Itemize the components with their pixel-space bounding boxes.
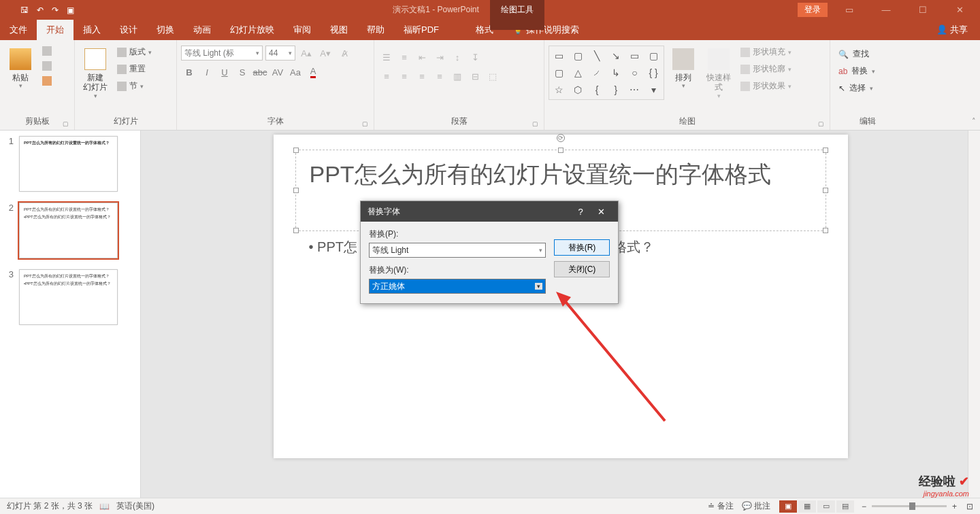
- reading-view-icon[interactable]: ▭: [817, 500, 835, 513]
- shape-roundrect-icon[interactable]: ▢: [551, 65, 568, 80]
- tab-help[interactable]: 帮助: [357, 20, 394, 40]
- bullets-icon[interactable]: ☰: [378, 50, 395, 65]
- layout-button[interactable]: 版式 ▾: [114, 46, 154, 58]
- paste-button[interactable]: 粘贴▾: [4, 46, 37, 92]
- resize-handle[interactable]: [558, 148, 564, 153]
- language-indicator[interactable]: 英语(美国): [116, 500, 154, 512]
- replace-font-combo[interactable]: 等线 Light▾: [369, 243, 546, 258]
- shape-arrow-icon[interactable]: ↘: [607, 48, 625, 63]
- numbering-icon[interactable]: ≡: [396, 50, 412, 65]
- bold-button[interactable]: B: [181, 65, 197, 80]
- tab-design[interactable]: 设计: [110, 20, 147, 40]
- thumb-slide-1[interactable]: PPT怎么为所有的幻灯片设置统一的字体格式？: [19, 136, 118, 192]
- redo-icon[interactable]: ↷: [52, 5, 59, 15]
- shape-poly-icon[interactable]: ⬡: [570, 82, 587, 98]
- dialog-help-icon[interactable]: ?: [570, 207, 591, 217]
- section-button[interactable]: 节 ▾: [114, 80, 154, 92]
- resize-handle[interactable]: [823, 228, 828, 233]
- undo-icon[interactable]: ↶: [37, 5, 44, 15]
- shape-rect-icon[interactable]: ▢: [570, 48, 587, 63]
- slideshow-icon[interactable]: ▣: [67, 5, 74, 15]
- tab-view[interactable]: 视图: [321, 20, 357, 40]
- italic-button[interactable]: I: [199, 65, 215, 80]
- replace-button[interactable]: ab替换 ▾: [838, 65, 875, 77]
- zoom-in-icon[interactable]: +: [952, 502, 957, 511]
- ribbon-display-icon[interactable]: ▭: [834, 5, 864, 15]
- shape-curve-icon[interactable]: ⟋: [588, 65, 606, 80]
- text-direction-icon[interactable]: ↧: [467, 50, 483, 65]
- tab-foxit[interactable]: 福昕PDF: [394, 20, 448, 40]
- thumb-slide-3[interactable]: PPT怎么为所有的幻灯片设置统一的字体格式？ •PPT怎么为所有的幻灯片设置统一…: [19, 269, 118, 325]
- find-button[interactable]: 🔍查找: [838, 48, 875, 60]
- launcher-icon[interactable]: ▢: [818, 120, 824, 127]
- new-slide-button[interactable]: 新建 幻灯片▾: [79, 46, 112, 103]
- font-color-button[interactable]: A: [305, 65, 321, 80]
- align-center-icon[interactable]: ≡: [396, 69, 412, 84]
- share-button[interactable]: 👤 共享: [924, 20, 980, 40]
- tab-transitions[interactable]: 切换: [147, 20, 184, 40]
- resize-handle[interactable]: [293, 228, 299, 233]
- shape-bracket2-icon[interactable]: }: [607, 82, 625, 98]
- shape-outline-button[interactable]: 形状轮廓 ▾: [738, 63, 794, 75]
- decrease-font-icon[interactable]: A▾: [317, 46, 333, 61]
- dialog-titlebar[interactable]: 替换字体 ? ✕: [361, 201, 618, 222]
- sorter-view-icon[interactable]: ▦: [798, 500, 816, 513]
- tab-file[interactable]: 文件: [0, 20, 37, 40]
- smartart-icon[interactable]: ⬚: [485, 69, 501, 84]
- notes-button[interactable]: ≐ 备注: [708, 500, 733, 512]
- resize-handle[interactable]: [823, 188, 828, 193]
- shape-fill-button[interactable]: 形状填充 ▾: [738, 46, 794, 58]
- tab-slideshow[interactable]: 幻灯片放映: [220, 20, 284, 40]
- shape-triangle-icon[interactable]: △: [570, 65, 587, 80]
- launcher-icon[interactable]: ▢: [63, 120, 69, 127]
- reset-button[interactable]: 重置: [114, 63, 154, 75]
- shape-rect2-icon[interactable]: ▭: [626, 48, 644, 63]
- char-spacing-button[interactable]: AV: [270, 65, 286, 80]
- tab-animations[interactable]: 动画: [184, 20, 220, 40]
- arrange-button[interactable]: 排列▾: [667, 46, 700, 92]
- resize-handle[interactable]: [293, 148, 299, 153]
- rotate-handle-icon[interactable]: ⟳: [557, 134, 565, 142]
- shape-oval-icon[interactable]: ○: [626, 65, 644, 80]
- close-icon[interactable]: ✕: [945, 5, 975, 15]
- shape-star-icon[interactable]: ☆: [551, 82, 568, 98]
- align-right-icon[interactable]: ≡: [414, 69, 430, 84]
- align-left-icon[interactable]: ≡: [378, 69, 395, 84]
- shape-line-icon[interactable]: ╲: [588, 48, 606, 63]
- vertical-scrollbar[interactable]: [968, 131, 980, 498]
- tab-review[interactable]: 审阅: [284, 20, 321, 40]
- shape-square-icon[interactable]: ▢: [644, 48, 662, 63]
- shape-connector-icon[interactable]: ↳: [607, 65, 625, 80]
- shadow-button[interactable]: S: [234, 65, 250, 80]
- format-painter-button[interactable]: [39, 75, 54, 86]
- shape-bracket-icon[interactable]: {: [588, 82, 606, 98]
- replace-with-combo[interactable]: 方正姚体▾: [369, 279, 546, 294]
- launcher-icon[interactable]: ▢: [362, 120, 368, 127]
- resize-handle[interactable]: [293, 188, 299, 193]
- copy-button[interactable]: [39, 61, 54, 71]
- shape-effects-button[interactable]: 形状效果 ▾: [738, 80, 794, 92]
- fit-window-icon[interactable]: ⊡: [966, 502, 973, 511]
- strike-button[interactable]: abc: [252, 65, 268, 80]
- spellcheck-icon[interactable]: 📖: [99, 502, 110, 511]
- change-case-button[interactable]: Aa: [287, 65, 304, 80]
- launcher-icon[interactable]: ▢: [532, 120, 538, 127]
- collapse-ribbon-icon[interactable]: ˄: [972, 117, 976, 126]
- slideshow-view-icon[interactable]: ▤: [836, 500, 854, 513]
- underline-button[interactable]: U: [216, 65, 233, 80]
- zoom-slider[interactable]: [872, 505, 947, 507]
- tab-home[interactable]: 开始: [37, 20, 74, 40]
- resize-handle[interactable]: [823, 148, 828, 153]
- dialog-replace-button[interactable]: 替换(R): [554, 239, 610, 256]
- shape-brace-icon[interactable]: { }: [644, 65, 662, 80]
- columns-icon[interactable]: ▥: [449, 69, 466, 84]
- line-spacing-icon[interactable]: ↕: [449, 50, 466, 65]
- maximize-icon[interactable]: ☐: [908, 5, 938, 15]
- comments-button[interactable]: 💬 批注: [742, 500, 770, 512]
- shape-more-icon[interactable]: ⋯: [626, 82, 644, 98]
- align-text-icon[interactable]: ⊟: [467, 69, 483, 84]
- shapes-gallery[interactable]: ▭ ▢ ╲ ↘ ▭ ▢ ▢ △ ⟋ ↳ ○ { } ☆ ⬡ { } ⋯ ▾: [549, 46, 664, 100]
- minimize-icon[interactable]: —: [871, 5, 901, 15]
- dialog-close-button[interactable]: 关闭(C): [554, 261, 610, 277]
- shape-expand-icon[interactable]: ▾: [644, 82, 662, 98]
